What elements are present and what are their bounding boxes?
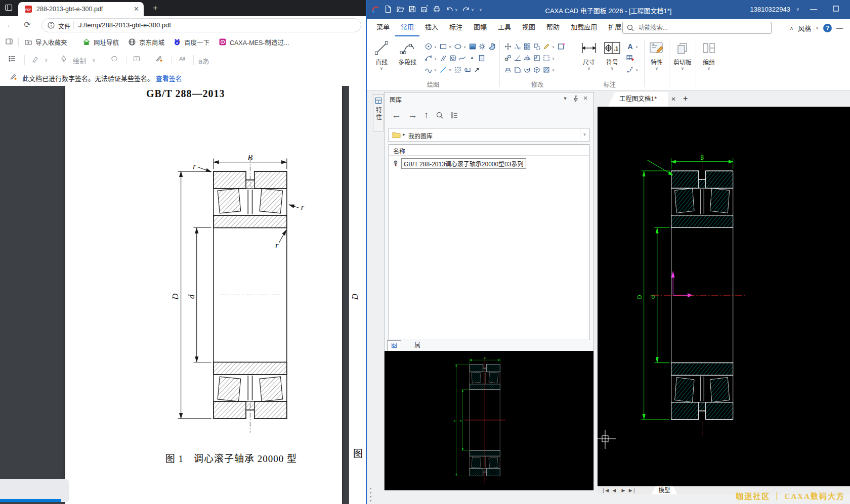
horizontal-scrollbar-thumb[interactable] — [0, 499, 61, 502]
circle-icon[interactable] — [424, 42, 433, 51]
arc-icon[interactable] — [424, 54, 433, 63]
tab-actions-icon[interactable] — [5, 4, 14, 13]
side-tab-properties[interactable]: 特性 — [373, 94, 384, 131]
lib-search-icon[interactable] — [436, 111, 444, 119]
cad-canvas[interactable]: BDd — [598, 107, 850, 486]
library-breadcrumb[interactable]: ▸ 我的图库 ∨ — [389, 128, 589, 142]
bookmark-import-favorites[interactable]: 导入收藏夹 — [24, 33, 67, 51]
last-sheet-button[interactable]: ▶❘ — [628, 487, 637, 494]
breadcrumb-dropdown[interactable]: ∨ — [580, 128, 589, 142]
highlighter-icon[interactable] — [31, 55, 42, 66]
lib-up-icon[interactable]: ↑ — [424, 110, 429, 121]
signature-pen-icon[interactable] — [155, 55, 166, 66]
tab-menu[interactable]: 菜单 — [371, 19, 395, 35]
edit-pencil-icon[interactable] — [542, 42, 551, 51]
tab-sheet[interactable]: 图幅 — [468, 19, 492, 35]
sidebar-icon[interactable] — [5, 37, 14, 47]
bookmark-jd[interactable]: 京东商城 — [128, 33, 164, 51]
refresh-button[interactable]: ⟳ — [22, 20, 32, 30]
cylinder-icon[interactable] — [463, 66, 472, 74]
translate-icon[interactable]: aあ — [198, 56, 209, 66]
lib-view-mode-icon[interactable] — [450, 111, 458, 119]
extend-icon[interactable] — [514, 54, 522, 63]
coordinate-icon[interactable] — [626, 66, 634, 74]
tab-annotate[interactable]: 标注 — [444, 19, 468, 35]
draw-pen-icon[interactable] — [60, 55, 71, 66]
hatch-icon[interactable] — [454, 66, 462, 74]
draw-label[interactable]: 绘制 — [73, 56, 86, 65]
sheet-icon[interactable] — [478, 54, 486, 63]
next-sheet-button[interactable]: ▶ — [619, 487, 628, 494]
search-input[interactable] — [638, 24, 756, 32]
pick-icon[interactable] — [473, 66, 482, 74]
table-icon[interactable] — [626, 54, 634, 63]
read-aloud-icon[interactable]: A — [177, 55, 188, 66]
group-button[interactable]: 编组 ∨ — [697, 40, 720, 71]
parallel-line-icon[interactable] — [439, 54, 448, 63]
model-tab[interactable]: 模型 — [651, 486, 677, 494]
info-icon[interactable] — [47, 21, 55, 29]
style-menu[interactable]: 风格 — [798, 23, 811, 33]
ribbon-collapse-icon[interactable]: ∧ — [790, 25, 793, 31]
style-chevron-icon[interactable]: ∨ — [816, 26, 819, 30]
pdf-viewer-area[interactable]: GB/T 288—2013 BDdrrr 图 1 调心滚子轴承 20000 型 … — [0, 86, 366, 504]
tab-load-app[interactable]: 加载应用 — [565, 19, 603, 35]
panel-close-icon[interactable]: ✕ — [581, 95, 589, 102]
move-icon[interactable] — [504, 42, 513, 51]
address-bar[interactable]: 文件 J:/temp/288-2013-gbt-e-300.pdf — [41, 18, 361, 32]
new-document-tab-icon[interactable]: + — [683, 94, 688, 103]
rotate-icon[interactable] — [523, 66, 532, 74]
gear-icon[interactable] — [478, 42, 487, 51]
minimize-button[interactable]: — — [809, 5, 819, 13]
tab-view[interactable]: 视图 — [517, 19, 541, 35]
help-icon[interactable]: ? — [823, 24, 832, 32]
tab-close-icon[interactable]: ✕ — [134, 5, 139, 13]
dimension-button[interactable]: 尺寸 ∨ — [577, 40, 601, 71]
rectangle-icon[interactable] — [439, 42, 448, 51]
tab-attributes[interactable]: 属性 — [411, 340, 424, 350]
hole-icon[interactable] — [449, 54, 457, 63]
offset-icon[interactable] — [504, 66, 513, 74]
point-icon[interactable] — [468, 54, 477, 63]
corner-icon[interactable] — [533, 54, 541, 63]
library-list[interactable]: 名称 GB/T 288-2013调心滚子轴承20000型03系列 — [389, 144, 589, 340]
browser-tab[interactable]: PDF 288-2013-gbt-e-300.pdf ✕ — [18, 2, 144, 16]
clipboard-button[interactable]: 剪切板 ∨ — [671, 40, 694, 71]
back-button[interactable]: ← — [5, 20, 15, 30]
breadcrumb-root[interactable]: 我的图库 — [408, 131, 433, 140]
document-tab-close-icon[interactable]: ✕ — [671, 96, 676, 103]
account-number[interactable]: 13810322943 — [750, 6, 790, 13]
view-signatures-link[interactable]: 查看签名 — [156, 75, 182, 82]
polyline-button[interactable]: 多段线 — [393, 40, 421, 66]
rect-dashed-icon[interactable] — [542, 54, 551, 63]
array-icon[interactable] — [523, 42, 532, 51]
draw-chevron-icon[interactable]: ∨ — [92, 58, 96, 63]
symbol-button[interactable]: .1 符号 ∨ — [601, 40, 624, 71]
library-item-bearing[interactable]: GB/T 288-2013调心滚子轴承20000型03系列 — [392, 158, 526, 168]
axis-line-icon[interactable] — [439, 66, 448, 74]
eraser-icon[interactable] — [110, 55, 121, 66]
highlighter-chevron-icon[interactable]: ∨ — [45, 58, 48, 63]
spline-icon[interactable] — [458, 54, 467, 63]
mirror-icon[interactable] — [523, 54, 532, 63]
tab-common[interactable]: 常用 — [395, 19, 419, 36]
bookmark-nav-2345[interactable]: 网址导航 — [82, 33, 119, 51]
tab-tools[interactable]: 工具 — [492, 19, 517, 35]
lib-back-icon[interactable]: ← — [392, 110, 401, 121]
bookmark-caxa-mes[interactable]: CAXA-MES-制造过... — [219, 33, 289, 51]
panel-pin-icon[interactable] — [572, 95, 580, 103]
document-tab[interactable]: 工程图文档1* — [608, 92, 668, 107]
properties-button[interactable]: 特性 ∨ — [645, 40, 668, 71]
account-chevron-icon[interactable]: ∨ — [796, 7, 799, 12]
explode-icon[interactable] — [542, 66, 551, 74]
panel-splitter-grip[interactable] — [369, 488, 372, 502]
panel-dropdown-icon[interactable]: ▾ — [561, 95, 569, 102]
text-icon[interactable]: A — [626, 42, 634, 51]
bookmark-baidu[interactable]: 百度一下 — [173, 33, 209, 51]
prev-sheet-button[interactable]: ◀ — [610, 487, 619, 494]
ellipse-icon[interactable] — [454, 42, 462, 51]
fill-rect-icon[interactable] — [469, 42, 477, 51]
pie-icon[interactable] — [488, 42, 496, 51]
stretch-icon[interactable] — [533, 42, 541, 51]
curve-icon[interactable] — [424, 66, 433, 74]
